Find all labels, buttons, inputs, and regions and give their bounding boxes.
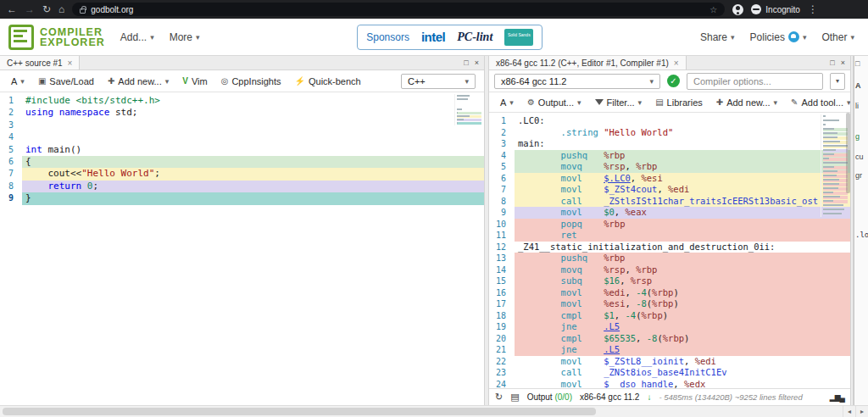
code-line[interactable]: 8 return 0; xyxy=(0,181,484,192)
reload-icon[interactable]: ↻ xyxy=(42,0,51,19)
source-minimap[interactable] xyxy=(454,94,481,125)
tab-close-icon[interactable]: × xyxy=(68,58,73,68)
code-line[interactable]: 16 movl %edi, -4(%rbp) xyxy=(489,287,850,299)
browser-menu-icon[interactable]: ⋮ xyxy=(808,0,818,19)
scrollbar-thumb[interactable] xyxy=(846,113,850,193)
compiler-tabbar: x86-64 gcc 11.2 (C++, Editor #1, Compile… xyxy=(489,56,850,70)
source-editor[interactable]: 1#include <bits/stdc++.h>2using namespac… xyxy=(0,92,484,405)
tab-source[interactable]: C++ source #1 × xyxy=(0,56,80,70)
maximize-pane-icon[interactable]: □ xyxy=(830,58,834,67)
code-line[interactable]: 1.LC0: xyxy=(489,115,850,127)
save-load-button[interactable]: ▣Save/Load xyxy=(32,75,100,88)
line-number: 4 xyxy=(489,150,515,162)
recompile-icon[interactable]: ↻ xyxy=(495,392,503,403)
scroll-left-icon[interactable]: ◂ xyxy=(843,406,855,417)
quickbench-button[interactable]: ⚡Quick-bench xyxy=(288,75,366,88)
code-line[interactable]: 21 jne .L5 xyxy=(489,344,850,356)
code-line[interactable]: 1#include <bits/stdc++.h> xyxy=(0,95,484,107)
close-pane-icon[interactable]: × xyxy=(841,58,845,67)
other-menu[interactable]: Other▾ xyxy=(821,31,854,43)
address-bar[interactable]: godbolt.org ☆ xyxy=(72,3,725,16)
share-menu[interactable]: Share▾ xyxy=(700,31,735,43)
options-dropdown-button[interactable]: ▾ xyxy=(830,73,845,90)
minimap-line xyxy=(823,115,848,119)
code-line[interactable]: 15 subq $16, %rsp xyxy=(489,275,850,287)
libraries-button[interactable]: ▤Libraries xyxy=(649,96,709,109)
code-line[interactable]: 14 movq %rsp, %rbp xyxy=(489,264,850,276)
notification-bell-icon xyxy=(788,31,799,42)
partial-pane[interactable]: □Aligcugr.lo xyxy=(854,56,868,405)
code-line[interactable]: 9} xyxy=(0,192,484,204)
bar-chart-icon[interactable]: ▂▆▄ xyxy=(830,393,844,402)
add-new-button[interactable]: ✚Add new...▾ xyxy=(710,96,783,109)
font-size-button[interactable]: A▾ xyxy=(494,96,520,109)
download-icon[interactable]: ↓ xyxy=(647,392,651,402)
code-line[interactable]: 3main: xyxy=(489,138,850,150)
add-tool-button[interactable]: ✎Add tool...▾ xyxy=(785,96,856,109)
code-line[interactable]: 11 ret xyxy=(489,230,850,242)
minimap-line xyxy=(823,149,848,153)
code-line[interactable]: 24 movl $__dso_handle, %edx xyxy=(489,379,850,389)
compiler-options-input[interactable] xyxy=(687,73,823,90)
language-select[interactable]: C++ ▾ xyxy=(401,74,476,89)
code-line[interactable]: 6 movl $.LC0, %esi xyxy=(489,173,850,185)
code-line[interactable]: 4 pushq %rbp xyxy=(489,150,850,162)
code-line[interactable]: 9 movl $0, %eax xyxy=(489,207,850,219)
code-line[interactable]: 7 movl $_ZSt4cout, %edi xyxy=(489,184,850,196)
cppinsights-button[interactable]: ◎CppInsights xyxy=(215,75,287,88)
profile-avatar[interactable] xyxy=(732,4,743,15)
code-line[interactable]: 8 call _ZStlsISt11char_traitsIcEERSt13ba… xyxy=(489,196,850,208)
code-line[interactable]: 23 call _ZNSt8ios_base4InitC1Ev xyxy=(489,367,850,379)
code-line[interactable]: 10 popq %rbp xyxy=(489,219,850,231)
code-line[interactable]: 2 .string "Hello World" xyxy=(489,127,850,139)
horizontal-scrollbar[interactable]: ◂ ▸ xyxy=(0,405,868,417)
pclint-logo[interactable]: PC-lint xyxy=(457,31,492,44)
chevron-down-icon: ▾ xyxy=(196,33,200,42)
header-right-menus: Share▾ Policies▾ Other▾ xyxy=(700,31,854,43)
maximize-pane-icon[interactable]: □ xyxy=(464,58,468,67)
code-line[interactable]: 19 jne .L5 xyxy=(489,321,850,333)
code-line[interactable]: 12_Z41__static_initialization_and_destru… xyxy=(489,242,850,253)
scrollbar-thumb[interactable] xyxy=(3,408,596,415)
asm-editor[interactable]: 1.LC0:2 .string "Hello World"3main:4 pus… xyxy=(489,113,850,388)
code-line[interactable]: 2using namespace std; xyxy=(0,107,484,119)
code-line[interactable]: 5int main() xyxy=(0,144,484,156)
tab-compiler[interactable]: x86-64 gcc 11.2 (C++, Editor #1, Compile… xyxy=(489,56,687,70)
minimap-line xyxy=(457,95,481,97)
home-icon[interactable]: ⌂ xyxy=(58,0,64,19)
add-new-button[interactable]: ✚Add new...▾ xyxy=(102,75,175,88)
policies-menu[interactable]: Policies▾ xyxy=(750,31,807,43)
close-pane-icon[interactable]: × xyxy=(475,58,479,67)
solidsands-logo[interactable]: Solid Sands xyxy=(504,29,533,46)
code-line[interactable]: 18 cmpl $1, -4(%rbp) xyxy=(489,310,850,322)
compile-ok-icon: ✓ xyxy=(667,75,680,87)
code-line[interactable]: 20 cmpl $65535, -8(%rbp) xyxy=(489,333,850,345)
forward-icon[interactable]: → xyxy=(25,0,35,19)
more-menu[interactable]: More▾ xyxy=(170,31,200,43)
code-line[interactable]: 6{ xyxy=(0,156,484,168)
sponsors-button[interactable]: Sponsors xyxy=(366,31,409,43)
code-line[interactable]: 13 pushq %rbp xyxy=(489,253,850,264)
code-line[interactable]: 4 xyxy=(0,131,484,143)
code-line[interactable]: 5 movq %rsp, %rbp xyxy=(489,161,850,173)
tab-close-icon[interactable]: × xyxy=(674,58,679,68)
output-button[interactable]: ⚙Output...▾ xyxy=(521,96,587,109)
output-link[interactable]: Output (0/0) xyxy=(527,392,572,402)
asm-minimap[interactable] xyxy=(821,114,848,217)
code-line[interactable]: 17 movl %esi, -8(%rbp) xyxy=(489,298,850,310)
incognito-icon xyxy=(751,4,761,14)
code-line[interactable]: 3 xyxy=(0,120,484,131)
scroll-right-icon[interactable]: ▸ xyxy=(855,406,868,417)
font-size-button[interactable]: A▾ xyxy=(5,75,31,88)
code-line[interactable]: 7 cout<<"Hello World"; xyxy=(0,168,484,180)
back-icon[interactable]: ← xyxy=(7,0,17,19)
add-menu[interactable]: Add...▾ xyxy=(120,31,154,43)
filter-button[interactable]: Filter...▾ xyxy=(589,96,648,109)
vim-button[interactable]: VVim xyxy=(176,75,213,88)
line-number: 6 xyxy=(0,156,22,168)
intel-logo[interactable]: intel xyxy=(421,30,445,44)
compiler-select[interactable]: x86-64 gcc 11.2 ▾ xyxy=(494,74,660,89)
bookmark-star-icon[interactable]: ☆ xyxy=(709,5,717,14)
code-line[interactable]: 22 movl $_ZStL8__ioinit, %edi xyxy=(489,356,850,368)
compiler-explorer-logo[interactable]: COMPILER EXPLORER xyxy=(8,25,105,50)
